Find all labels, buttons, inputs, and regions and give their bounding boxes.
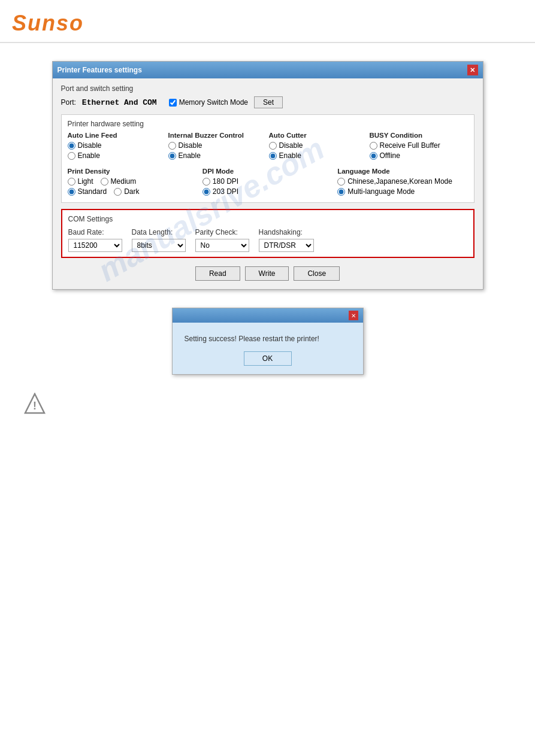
dpi-203-radio[interactable] (202, 188, 210, 196)
auto-line-feed-disable-label: Disable (78, 141, 102, 150)
density-medium-radio[interactable] (101, 178, 108, 186)
dpi-180-row[interactable]: 180 DPI (202, 177, 333, 186)
memory-switch-label[interactable]: Memory Switch Mode (169, 98, 248, 107)
main-content: Printer Features settings ✕ Port and swi… (0, 43, 535, 432)
window-body: Port and switch setting Port: Ethernet A… (53, 78, 483, 289)
warning-icon: ! (24, 393, 46, 414)
language-multi-row[interactable]: Multi-language Mode (337, 187, 467, 196)
parity-check-select[interactable]: No Odd Even (195, 239, 249, 252)
density-dark-radio[interactable] (114, 188, 122, 196)
svg-text:!: ! (33, 400, 37, 412)
page-header: Sunso (0, 0, 535, 43)
density-row: Light Medium (68, 177, 198, 187)
buzzer-disable-radio[interactable] (168, 142, 176, 150)
cutter-enable-label: Enable (279, 151, 301, 160)
buzzer-disable-label: Disable (179, 141, 202, 150)
cutter-enable-row[interactable]: Enable (269, 151, 367, 160)
density-standard-radio[interactable] (68, 188, 75, 196)
hardware-section: Printer hardware setting Auto Line Feed … (61, 114, 474, 203)
hardware-section-title: Printer hardware setting (68, 120, 468, 128)
density-dark-row[interactable]: Dark (114, 187, 139, 196)
busy-offline-row[interactable]: Offline (370, 151, 468, 160)
auto-line-feed-disable-radio[interactable] (68, 142, 75, 150)
buzzer-enable-row[interactable]: Enable (168, 151, 267, 160)
close-button[interactable]: Close (294, 266, 340, 281)
language-multi-radio[interactable] (337, 188, 345, 196)
cutter-disable-radio[interactable] (269, 142, 277, 150)
busy-offline-radio[interactable] (370, 152, 377, 160)
auto-cutter-title: Auto Cutter (269, 132, 367, 139)
dpi-203-row[interactable]: 203 DPI (202, 187, 333, 196)
write-button[interactable]: Write (245, 266, 289, 281)
handshaking-field: Handshaking: DTR/DSR XON/XOFF None (259, 228, 314, 252)
buzzer-enable-label: Enable (179, 151, 201, 160)
handshaking-select[interactable]: DTR/DSR XON/XOFF None (259, 239, 314, 252)
data-length-field: Data Length: 7bits 8bits (132, 228, 186, 252)
dialog-window: ✕ Setting success! Please restart the pr… (172, 308, 364, 375)
window-buttons: Read Write Close (61, 266, 474, 281)
read-button[interactable]: Read (195, 266, 240, 281)
port-section-title: Port and switch setting (61, 84, 474, 93)
baud-rate-select[interactable]: 9600 19200 38400 57600 115200 (68, 239, 122, 252)
parity-check-field: Parity Check: No Odd Even (195, 228, 249, 252)
baud-rate-field: Baud Rate: 9600 19200 38400 57600 115200 (68, 228, 122, 252)
dialog-container: ✕ Setting success! Please restart the pr… (172, 308, 364, 375)
port-label: Port: (61, 98, 76, 107)
com-settings-title: COM Settings (68, 215, 467, 223)
dialog-body: Setting success! Please restart the prin… (173, 323, 363, 374)
dpi-180-label: 180 DPI (213, 177, 238, 186)
density-light-label: Light (78, 177, 93, 186)
window-title: Printer Features settings (58, 66, 142, 74)
bottom-settings-grid: Print Density Light Medium (68, 168, 468, 198)
language-cjk-row[interactable]: Chinese,Japanese,Korean Mode (337, 177, 467, 186)
busy-offline-label: Offline (380, 151, 400, 160)
language-cjk-radio[interactable] (337, 178, 345, 186)
buzzer-disable-row[interactable]: Disable (168, 141, 267, 150)
density-standard-label: Standard (78, 187, 107, 196)
buzzer-enable-radio[interactable] (168, 152, 176, 160)
handshaking-label: Handshaking: (259, 228, 314, 236)
language-multi-label: Multi-language Mode (347, 187, 415, 196)
com-settings-box: COM Settings Baud Rate: 9600 19200 38400… (61, 209, 474, 258)
baud-rate-label: Baud Rate: (68, 228, 122, 236)
density-standard-row[interactable]: Standard (68, 187, 107, 196)
dialog-message: Setting success! Please restart the prin… (185, 335, 351, 343)
parity-check-label: Parity Check: (195, 228, 249, 236)
auto-line-feed-disable-row[interactable]: Disable (68, 141, 166, 150)
busy-condition-title: BUSY Condition (370, 132, 468, 139)
set-button[interactable]: Set (254, 96, 283, 108)
auto-line-feed-col: Auto Line Feed Disable Enable (68, 132, 166, 162)
port-value: Ethernet And COM (82, 98, 157, 107)
busy-fullbuffer-label: Receive Full Buffer (380, 141, 440, 150)
language-mode-col: Language Mode Chinese,Japanese,Korean Mo… (337, 168, 467, 198)
cutter-disable-row[interactable]: Disable (269, 141, 367, 150)
auto-cutter-col: Auto Cutter Disable Enable (269, 132, 367, 162)
dialog-ok-button[interactable]: OK (244, 351, 292, 366)
busy-fullbuffer-row[interactable]: Receive Full Buffer (370, 141, 468, 150)
dialog-titlebar: ✕ (173, 308, 363, 323)
cutter-enable-radio[interactable] (269, 152, 277, 160)
busy-fullbuffer-radio[interactable] (370, 142, 377, 150)
window-close-button[interactable]: ✕ (467, 65, 478, 75)
density-medium-row[interactable]: Medium (101, 177, 137, 186)
print-density-col: Print Density Light Medium (68, 168, 198, 198)
dpi-180-radio[interactable] (202, 178, 210, 186)
auto-line-feed-enable-radio[interactable] (68, 152, 75, 160)
internal-buzzer-col: Internal Buzzer Control Disable Enable (168, 132, 267, 162)
com-fields-row: Baud Rate: 9600 19200 38400 57600 115200… (68, 228, 467, 252)
port-row: Port: Ethernet And COM Memory Switch Mod… (61, 96, 474, 108)
dpi-203-label: 203 DPI (213, 187, 238, 196)
cutter-disable-label: Disable (279, 141, 303, 150)
data-length-label: Data Length: (132, 228, 186, 236)
density-light-radio[interactable] (68, 178, 75, 186)
language-mode-title: Language Mode (337, 168, 467, 175)
density-dark-label: Dark (124, 187, 139, 196)
auto-line-feed-enable-row[interactable]: Enable (68, 151, 166, 160)
hardware-grid: Auto Line Feed Disable Enable Internal B… (68, 132, 468, 162)
busy-condition-col: BUSY Condition Receive Full Buffer Offli… (370, 132, 468, 162)
logo: Sunso (12, 11, 84, 35)
density-light-row[interactable]: Light (68, 177, 93, 186)
dialog-close-button[interactable]: ✕ (349, 311, 358, 320)
memory-switch-checkbox[interactable] (169, 99, 177, 107)
data-length-select[interactable]: 7bits 8bits (132, 239, 186, 252)
